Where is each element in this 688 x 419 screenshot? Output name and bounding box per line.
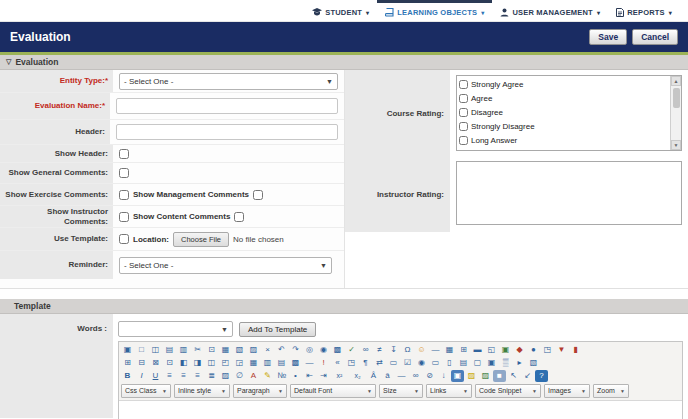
image-box-icon[interactable]: ▣ (451, 370, 464, 382)
eraser-icon[interactable]: ∅ (233, 370, 246, 382)
textarea-field-icon[interactable]: ▯ (443, 357, 456, 369)
choose-file-button[interactable]: Choose File (173, 232, 229, 247)
nav-item-learning-objects[interactable]: LEARNING OBJECTS▾ (377, 0, 492, 21)
editor-dropdown-links[interactable]: Links▼ (426, 384, 472, 398)
show-header-checkbox[interactable] (119, 149, 129, 159)
div-container-icon[interactable]: ◳ (345, 357, 358, 369)
save-icon[interactable]: ▣ (121, 344, 134, 356)
template-insert-icon[interactable]: ▧ (527, 357, 540, 369)
col-properties-icon[interactable]: ▩ (289, 357, 302, 369)
reminder-select[interactable]: - Select One - ▼ (119, 257, 332, 274)
nav-item-user-management[interactable]: USER MANAGEMENT▾ (492, 0, 608, 21)
cancel-button[interactable]: Cancel (632, 29, 678, 45)
editor-content-area[interactable] (119, 401, 682, 419)
indent-icon[interactable]: ⇥ (317, 370, 330, 382)
blockquote-icon[interactable]: « (331, 357, 344, 369)
course-rating-option[interactable]: Strongly Agree (459, 77, 668, 91)
warning-icon[interactable]: ! (317, 357, 330, 369)
highlight-icon[interactable]: ✎ (261, 370, 274, 382)
editor-dropdown-inline-style[interactable]: Inline style▼ (174, 384, 230, 398)
course-rating-option[interactable]: Long Answer (459, 133, 668, 147)
use-template-checkbox[interactable] (119, 234, 129, 244)
table-icon[interactable]: ▦ (443, 344, 456, 356)
flag-icon[interactable]: ▸ (513, 357, 526, 369)
course-rating-option[interactable]: Disagree (459, 105, 668, 119)
find-icon[interactable]: ◎ (303, 344, 316, 356)
page-break-icon[interactable]: ▬ (471, 344, 484, 356)
spell-check-icon[interactable]: ✓ (345, 344, 358, 356)
bullet-list-icon[interactable]: • (289, 370, 302, 382)
paste-text-icon[interactable]: ▧ (233, 344, 246, 356)
delete-col-icon[interactable]: ◨ (191, 357, 204, 369)
editor-dropdown-images[interactable]: Images▼ (544, 384, 590, 398)
horizontal-rule-icon[interactable]: — (429, 344, 442, 356)
align-center-icon[interactable]: ≡ (177, 370, 190, 382)
evaluation-section-header[interactable]: ▽ Evaluation (0, 55, 688, 70)
evaluation-name-input[interactable] (116, 98, 338, 114)
row-properties-icon[interactable]: ▤ (275, 357, 288, 369)
add-to-template-button[interactable]: Add To Template (239, 322, 316, 337)
smiley-icon[interactable]: ☺ (415, 344, 428, 356)
layer-green-icon[interactable]: ▨ (479, 370, 492, 382)
hr-small-icon[interactable]: — (303, 357, 316, 369)
cursor-alt-icon[interactable]: ↙ (521, 370, 534, 382)
save-button[interactable]: Save (589, 29, 627, 45)
outdent-icon[interactable]: ⇤ (303, 370, 316, 382)
show-exercise-comments-checkbox[interactable] (119, 190, 129, 200)
code-view-icon[interactable]: ◳ (541, 344, 554, 356)
justify-icon[interactable]: ≣ (205, 370, 218, 382)
image-button-icon[interactable]: ▣ (485, 357, 498, 369)
numbered-list-icon[interactable]: № (275, 370, 288, 382)
replace-icon[interactable]: ◉ (317, 344, 330, 356)
paste-icon[interactable]: ▦ (219, 344, 232, 356)
editor-dropdown-paragraph[interactable]: Paragraph▼ (233, 384, 287, 398)
course-rating-option[interactable]: Agree (459, 91, 668, 105)
media-icon[interactable]: ● (527, 344, 540, 356)
print-icon[interactable]: ▤ (163, 344, 176, 356)
unlink-icon[interactable]: ≠ (373, 344, 386, 356)
insert-col-right-icon[interactable]: ◧ (177, 357, 190, 369)
superscript-icon[interactable]: x² (331, 370, 348, 382)
layer-yellow-icon[interactable]: ▨ (465, 370, 478, 382)
editor-dropdown-size[interactable]: Size▼ (379, 384, 423, 398)
preview-icon[interactable]: ◫ (149, 344, 162, 356)
cursor-icon[interactable]: ↖ (507, 370, 520, 382)
undo-icon[interactable]: ↶ (275, 344, 288, 356)
cell-properties-icon[interactable]: ◲ (233, 357, 246, 369)
option-checkbox[interactable] (459, 94, 468, 103)
option-checkbox[interactable] (459, 122, 468, 131)
delete-row-icon[interactable]: ⊠ (149, 357, 162, 369)
merge-cells-icon[interactable]: ◫ (205, 357, 218, 369)
arrow-down-icon[interactable]: ↓ (437, 370, 450, 382)
editor-dropdown-code-snippet[interactable]: Code Snippet▼ (475, 384, 541, 398)
create-div-icon[interactable]: ⊞ (457, 344, 470, 356)
flash-icon[interactable]: ◆ (513, 344, 526, 356)
panel-icon[interactable]: ■ (493, 370, 506, 382)
align-right-icon[interactable]: ≡ (191, 370, 204, 382)
radio-field-icon[interactable]: ◉ (415, 357, 428, 369)
course-rating-listbox[interactable]: Strongly AgreeAgreeDisagreeStrongly Disa… (456, 75, 682, 151)
subscript-icon[interactable]: x₂ (349, 370, 366, 382)
editor-dropdown-css-class[interactable]: Css Class▼ (121, 384, 171, 398)
show-general-comments-checkbox[interactable] (119, 168, 129, 178)
select-all-icon[interactable]: ▩ (331, 344, 344, 356)
insert-row-above-icon[interactable]: ⊞ (121, 357, 134, 369)
image-inline-icon[interactable]: ▨ (219, 370, 232, 382)
align-left-icon[interactable]: ≡ (163, 370, 176, 382)
instructor-rating-listbox[interactable] (456, 161, 682, 225)
entity-type-select[interactable]: - Select One - ▼ (119, 73, 338, 90)
anchor-icon[interactable]: ↧ (387, 344, 400, 356)
case-upper-icon[interactable]: Â (367, 370, 380, 382)
listbox-scrollbar[interactable]: ▲ ▼ (670, 76, 681, 150)
text-color-icon[interactable]: A (247, 370, 260, 382)
nav-item-reports[interactable]: REPORTS▾ (608, 0, 680, 21)
bidi-ltr-icon[interactable]: ¶ (359, 357, 372, 369)
header-input[interactable] (116, 124, 338, 140)
scroll-up-icon[interactable]: ▲ (671, 76, 681, 86)
show-management-comments-checkbox[interactable] (253, 190, 263, 200)
copy-icon[interactable]: ⊡ (205, 344, 218, 356)
delete-table-icon[interactable]: ▥ (261, 357, 274, 369)
option-checkbox[interactable] (459, 108, 468, 117)
image-icon[interactable]: ▣ (499, 344, 512, 356)
insert-row-below-icon[interactable]: ⊟ (135, 357, 148, 369)
